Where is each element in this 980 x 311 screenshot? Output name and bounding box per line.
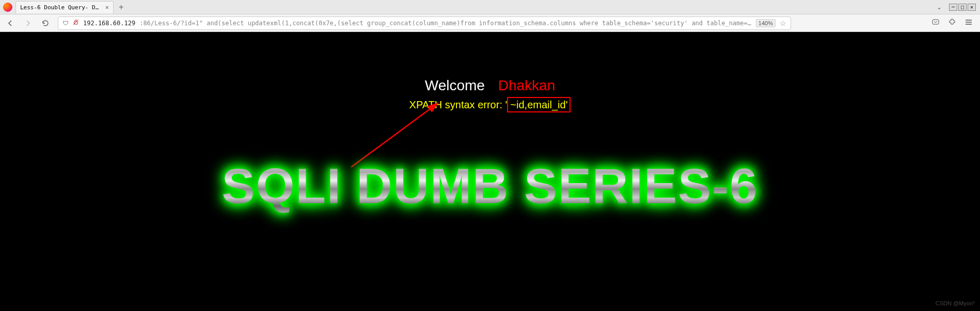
url-path: :86/Less-6/?id=1" and(select updatexml(1… bbox=[139, 20, 752, 27]
error-highlight: ~id,email_id' bbox=[507, 97, 571, 112]
tab-bar: Less-6 Double Query- Double Quo… ✕ + ⌄ ─… bbox=[0, 0, 980, 14]
watermark: CSDN @Myon⁵ bbox=[936, 300, 975, 307]
pocket-icon[interactable] bbox=[931, 18, 940, 28]
series-title: SQLI DUMB SERIES-6 bbox=[0, 158, 980, 215]
window-controls: ─ □ ✕ bbox=[949, 4, 976, 11]
forward-button[interactable] bbox=[23, 18, 33, 28]
menu-icon[interactable] bbox=[965, 18, 973, 28]
lock-slash-icon[interactable] bbox=[73, 19, 79, 27]
welcome-heading: Welcome Dhakkan bbox=[0, 77, 980, 94]
minimize-button[interactable]: ─ bbox=[949, 4, 957, 11]
svg-rect-2 bbox=[932, 20, 939, 24]
zoom-level[interactable]: 140% bbox=[756, 19, 776, 27]
page-content: Welcome Dhakkan XPATH syntax error: '~id… bbox=[0, 32, 980, 311]
browser-tab[interactable]: Less-6 Double Query- Double Quo… ✕ bbox=[15, 1, 114, 13]
extensions-icon[interactable] bbox=[948, 18, 956, 28]
close-window-button[interactable]: ✕ bbox=[968, 4, 976, 11]
new-tab-button[interactable]: + bbox=[119, 3, 123, 12]
error-prefix: XPATH syntax error: ' bbox=[409, 99, 508, 110]
welcome-text: Welcome bbox=[425, 77, 485, 93]
url-bar[interactable]: 🛡 192.168.60.129 :86/Less-6/?id=1" and(s… bbox=[58, 17, 791, 30]
url-host: 192.168.60.129 bbox=[83, 20, 135, 27]
close-icon[interactable]: ✕ bbox=[105, 4, 109, 11]
maximize-button[interactable]: □ bbox=[958, 4, 967, 11]
error-message: XPATH syntax error: '~id,email_id' bbox=[0, 97, 980, 112]
back-button[interactable] bbox=[5, 18, 15, 28]
reload-button[interactable] bbox=[40, 18, 51, 28]
firefox-icon bbox=[3, 3, 12, 12]
chevron-down-icon[interactable]: ⌄ bbox=[932, 3, 946, 12]
dhakkan-text: Dhakkan bbox=[498, 77, 556, 93]
tab-title: Less-6 Double Query- Double Quo… bbox=[20, 4, 102, 11]
bookmark-star-icon[interactable]: ☆ bbox=[780, 19, 786, 27]
nav-toolbar: 🛡 192.168.60.129 :86/Less-6/?id=1" and(s… bbox=[0, 14, 980, 32]
shield-icon[interactable]: 🛡 bbox=[62, 20, 69, 27]
